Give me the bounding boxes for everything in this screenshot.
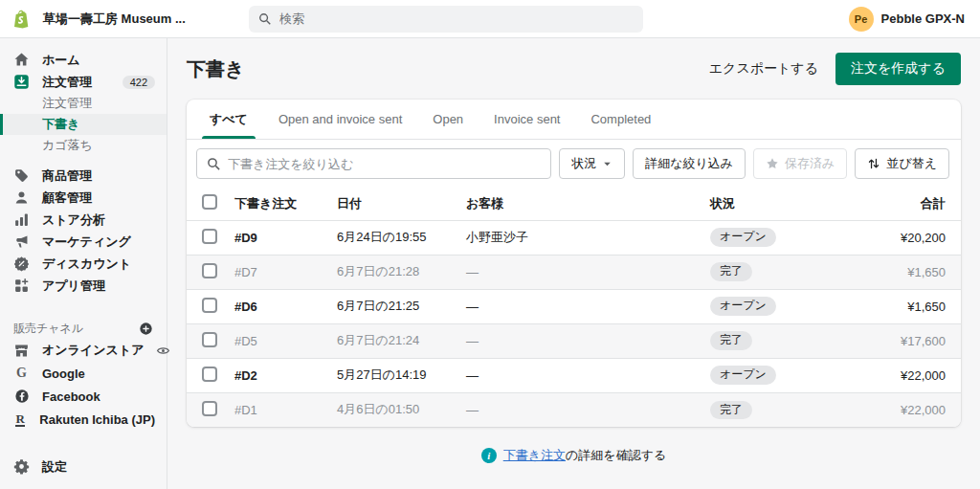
order-total: ¥22,000 [836, 358, 961, 392]
order-date: 4月6日の01:50 [329, 392, 458, 427]
sidebar-item-label: マーケティング [42, 233, 131, 251]
shopify-logo-icon[interactable] [11, 9, 31, 29]
status-badge: 完了 [710, 262, 752, 280]
column-header-total: 合計 [836, 188, 961, 220]
sort-icon [867, 157, 880, 170]
sort-button[interactable]: 並び替え [855, 148, 949, 179]
draft-search-field[interactable] [196, 148, 551, 179]
column-header-customer: お客様 [458, 188, 702, 220]
table-row[interactable]: #D5 6月7日の21:24 — 完了 ¥17,600 [187, 323, 961, 358]
status-badge: 完了 [710, 331, 752, 349]
status-badge: オープン [710, 366, 776, 384]
sidebar-item-settings[interactable]: 設定 [0, 456, 167, 478]
order-id: #D7 [234, 265, 257, 279]
row-checkbox[interactable] [202, 298, 217, 313]
table-row[interactable]: #D2 5月27日の14:19 — オープン ¥22,000 [187, 358, 961, 392]
row-checkbox[interactable] [202, 263, 217, 278]
avatar[interactable]: Pe [849, 7, 874, 32]
order-total: ¥22,000 [836, 392, 961, 427]
add-channel-icon[interactable] [139, 322, 153, 336]
global-search[interactable] [249, 6, 643, 33]
row-checkbox[interactable] [202, 401, 217, 416]
google-icon: G [13, 366, 30, 382]
table-row[interactable]: #D6 6月7日の21:25 — オープン ¥1,650 [187, 289, 961, 323]
status-badge: 完了 [710, 401, 752, 419]
sidebar-item-home[interactable]: ホーム [0, 49, 167, 71]
info-icon: i [481, 448, 497, 463]
sidebar-subitem-orders-all[interactable]: 注文管理 [0, 93, 167, 114]
sidebar-item-analytics[interactable]: ストア分析 [0, 209, 167, 231]
saved-filters-button[interactable]: 保存済み [753, 148, 847, 179]
more-filters-label: 詳細な絞り込み [645, 155, 733, 172]
saved-filters-label: 保存済み [785, 155, 835, 172]
store-name[interactable]: 草場一壽工房 Museum ... [43, 11, 186, 28]
sidebar-item-customers[interactable]: 顧客管理 [0, 187, 167, 209]
order-id: #D5 [234, 334, 257, 348]
tab-all[interactable]: すべて [194, 100, 263, 139]
filter-bar: 状況 詳細な絞り込み 保存済み 並び替え [187, 140, 961, 188]
order-id: #D6 [234, 300, 257, 314]
table-row[interactable]: #D1 4月6日の01:50 — 完了 ¥22,000 [187, 392, 961, 427]
tab-open-and-invoice-sent[interactable]: Open and invoice sent [263, 100, 417, 139]
sidebar-item-label: オンラインストア [42, 342, 144, 359]
orders-icon [13, 74, 30, 90]
status-filter-button[interactable]: 状況 [559, 148, 625, 179]
search-icon [258, 12, 272, 26]
table-header-row: 下書き注文 日付 お客様 状況 合計 [187, 188, 961, 220]
status-badge: オープン [710, 228, 776, 246]
draft-orders-help-link[interactable]: 下書き注文 [503, 448, 566, 462]
sidebar-subitem-abandoned[interactable]: カゴ落ち [0, 135, 167, 156]
discount-icon [13, 256, 30, 272]
sidebar-item-google[interactable]: G Google [0, 362, 167, 385]
create-order-button[interactable]: 注文を作成する [835, 53, 961, 85]
order-customer: — [458, 358, 702, 392]
tab-completed[interactable]: Completed [575, 100, 666, 139]
orders-count-badge: 422 [122, 76, 155, 89]
order-date: 6月7日の21:25 [329, 289, 458, 323]
topbar: 草場一壽工房 Museum ... Pe Pebble GPX-N [0, 0, 980, 38]
sidebar-item-label: Rakuten Ichiba (JP) [39, 412, 155, 427]
customer-icon [13, 189, 30, 206]
footer-rest-text: の詳細を確認する [566, 448, 666, 462]
global-search-input[interactable] [279, 11, 634, 26]
sidebar-item-apps[interactable]: アプリ管理 [0, 275, 167, 297]
sidebar-item-facebook[interactable]: Facebook [0, 385, 167, 408]
order-total: ¥20,200 [836, 220, 961, 255]
sidebar-item-orders[interactable]: 注文管理 422 [0, 71, 167, 93]
home-icon [13, 52, 30, 68]
sidebar-item-rakuten[interactable]: R Rakuten Ichiba (JP) [0, 408, 167, 431]
draft-orders-table: 下書き注文 日付 お客様 状況 合計 #D9 6月24日の19:55 小野亜沙子… [187, 188, 961, 427]
more-filters-button[interactable]: 詳細な絞り込み [633, 148, 746, 179]
draft-search-input[interactable] [228, 157, 541, 171]
sidebar-subitem-drafts[interactable]: 下書き [0, 114, 167, 135]
order-customer: — [458, 323, 702, 358]
sidebar-item-online-store[interactable]: オンラインストア [0, 339, 167, 362]
sidebar-item-label: ホーム [42, 52, 80, 69]
order-customer: — [458, 289, 702, 323]
column-header-date: 日付 [329, 188, 458, 220]
user-name: Pebble GPX-N [881, 11, 965, 26]
row-checkbox[interactable] [202, 332, 217, 347]
status-filter-label: 状況 [571, 155, 596, 172]
table-row[interactable]: #D7 6月7日の21:28 — 完了 ¥1,650 [187, 255, 961, 289]
sidebar-item-label: ディスカウント [42, 256, 131, 273]
column-header-status: 状況 [702, 188, 836, 220]
order-date: 5月27日の14:19 [329, 358, 458, 392]
sidebar-item-marketing[interactable]: マーケティング [0, 231, 167, 253]
row-checkbox[interactable] [202, 229, 217, 244]
sidebar: ホーム 注文管理 422 注文管理 下書き カゴ落ち 商品管理 顧客管理 ストア… [0, 38, 167, 489]
select-all-checkbox[interactable] [202, 194, 217, 210]
tab-invoice-sent[interactable]: Invoice sent [479, 100, 575, 139]
export-button[interactable]: エクスポートする [709, 60, 818, 78]
sidebar-item-discounts[interactable]: ディスカウント [0, 253, 167, 275]
user-menu[interactable]: Pe Pebble GPX-N [849, 7, 980, 32]
row-checkbox[interactable] [202, 367, 217, 382]
sales-channels-header: 販売チャネル [0, 318, 167, 339]
table-row[interactable]: #D9 6月24日の19:55 小野亜沙子 オープン ¥20,200 [187, 220, 961, 255]
sidebar-item-products[interactable]: 商品管理 [0, 165, 167, 187]
tab-open[interactable]: Open [417, 100, 479, 139]
sales-channels-label: 販売チャネル [13, 321, 83, 337]
search-icon [207, 157, 221, 171]
order-total: ¥1,650 [836, 255, 961, 289]
sidebar-item-label: Facebook [42, 389, 100, 404]
